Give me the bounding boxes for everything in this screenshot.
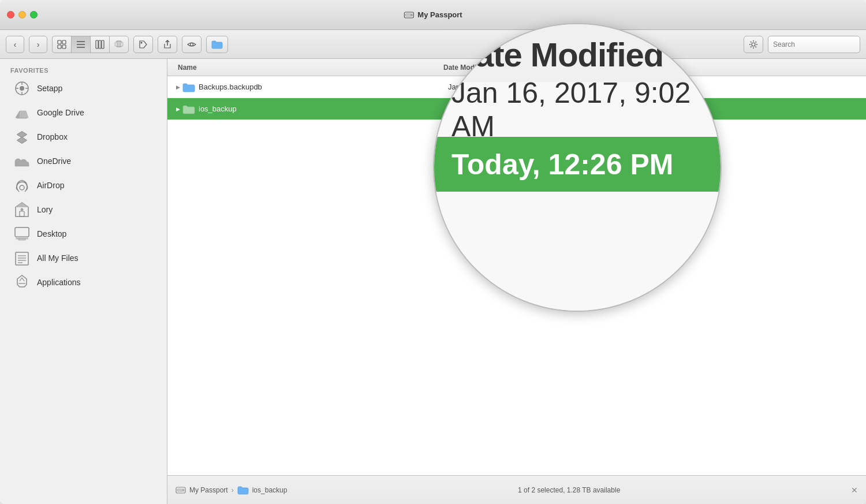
sidebar-item-label-onedrive: OneDrive bbox=[37, 156, 71, 166]
share-icon bbox=[163, 40, 172, 49]
sidebar-item-dropbox[interactable]: Dropbox bbox=[3, 125, 163, 148]
applications-icon bbox=[14, 274, 30, 290]
svg-point-17 bbox=[191, 43, 193, 46]
view-list-button[interactable] bbox=[71, 36, 90, 53]
svg-rect-36 bbox=[16, 252, 28, 265]
expand-arrow[interactable]: ▶ bbox=[173, 104, 182, 114]
svg-point-16 bbox=[141, 42, 143, 43]
sidebar-item-airdrop[interactable]: AirDrop bbox=[3, 174, 163, 197]
preview-button[interactable] bbox=[182, 36, 201, 53]
sidebar-item-label-applications: Applications bbox=[37, 278, 81, 287]
tag-button[interactable] bbox=[133, 36, 153, 53]
resize-handle[interactable]: ✕ bbox=[851, 486, 858, 495]
lory-icon bbox=[14, 201, 30, 218]
toolbar: ‹ › bbox=[0, 30, 866, 59]
statusbar-info: 1 of 2 selected, 1.28 TB available bbox=[292, 486, 846, 494]
grid-icon bbox=[57, 40, 66, 49]
sidebar-item-google-drive[interactable]: Google Drive bbox=[3, 101, 163, 124]
svg-rect-14 bbox=[115, 42, 117, 46]
sidebar-item-setapp[interactable]: Setapp bbox=[3, 77, 163, 100]
view-columns-button[interactable] bbox=[90, 36, 109, 53]
sidebar-item-desktop[interactable]: Desktop bbox=[3, 222, 163, 245]
col-header-name[interactable]: Name bbox=[173, 64, 439, 72]
svg-rect-11 bbox=[99, 40, 101, 48]
breadcrumb: My Passport › ios_backup bbox=[176, 486, 287, 495]
traffic-lights bbox=[7, 11, 38, 18]
sidebar-item-label-desktop: Desktop bbox=[37, 229, 66, 238]
eye-icon bbox=[187, 40, 196, 49]
onedrive-icon bbox=[14, 153, 30, 169]
file-name-cell: ios_backup bbox=[182, 104, 448, 114]
svg-line-41 bbox=[20, 278, 22, 281]
desktop-icon bbox=[14, 226, 30, 242]
svg-marker-27 bbox=[17, 132, 27, 137]
tag-icon bbox=[139, 40, 148, 49]
setapp-icon bbox=[14, 80, 30, 96]
search-input[interactable] bbox=[768, 36, 860, 53]
svg-rect-3 bbox=[58, 40, 61, 44]
window-title: My Passport bbox=[404, 10, 462, 20]
view-buttons bbox=[52, 36, 129, 53]
hdd-breadcrumb-icon bbox=[176, 486, 186, 495]
svg-rect-6 bbox=[62, 45, 66, 48]
svg-point-31 bbox=[21, 208, 23, 211]
svg-rect-10 bbox=[96, 40, 98, 48]
magnifier-date2: Today, 12:26 PM bbox=[451, 148, 673, 181]
sidebar: Favorites Setapp bbox=[0, 59, 167, 504]
breadcrumb-separator: › bbox=[232, 486, 234, 494]
svg-rect-32 bbox=[15, 227, 29, 237]
view-icon-button[interactable] bbox=[52, 36, 71, 53]
main-area: Favorites Setapp bbox=[0, 59, 866, 504]
breadcrumb-root: My Passport bbox=[189, 486, 228, 494]
svg-rect-4 bbox=[62, 40, 66, 44]
all-my-files-icon bbox=[14, 250, 30, 266]
forward-button[interactable]: › bbox=[29, 36, 47, 53]
sidebar-section-favorites: Favorites bbox=[0, 59, 167, 76]
maximize-button[interactable] bbox=[30, 11, 38, 18]
dropbox-icon bbox=[14, 129, 30, 145]
folder-icon bbox=[211, 40, 223, 49]
sidebar-item-lory[interactable]: Lory bbox=[3, 198, 163, 221]
sidebar-item-label-lory: Lory bbox=[37, 205, 53, 214]
coverflow-icon bbox=[114, 40, 124, 49]
sidebar-item-all-my-files[interactable]: All My Files bbox=[3, 247, 163, 270]
action-menu-button[interactable] bbox=[744, 36, 763, 53]
titlebar: My Passport bbox=[0, 0, 866, 30]
folder-small-icon bbox=[182, 104, 195, 114]
svg-rect-33 bbox=[16, 237, 28, 238]
file-name-cell: Backups.backupdb bbox=[182, 82, 448, 92]
folder-breadcrumb-icon bbox=[237, 486, 249, 495]
svg-rect-5 bbox=[58, 45, 61, 48]
hdd-title-icon bbox=[404, 10, 414, 20]
sidebar-item-applications[interactable]: Applications bbox=[3, 271, 163, 294]
list-icon bbox=[76, 40, 85, 49]
svg-rect-12 bbox=[102, 40, 104, 48]
svg-point-18 bbox=[752, 43, 755, 46]
svg-rect-34 bbox=[18, 238, 25, 240]
breadcrumb-folder: ios_backup bbox=[252, 486, 288, 494]
share-button[interactable] bbox=[158, 36, 177, 53]
magnifier-date1: Jan 16, 2017, 9:02 AM bbox=[451, 76, 703, 143]
svg-point-20 bbox=[20, 86, 24, 91]
sidebar-item-label-airdrop: AirDrop bbox=[37, 181, 64, 190]
svg-point-2 bbox=[410, 14, 412, 16]
sidebar-item-onedrive[interactable]: OneDrive bbox=[3, 150, 163, 173]
expand-arrow[interactable]: ▶ bbox=[173, 83, 182, 92]
view-coverflow-button[interactable] bbox=[109, 36, 129, 53]
svg-point-46 bbox=[182, 490, 184, 491]
close-button[interactable] bbox=[7, 11, 14, 18]
back-button[interactable]: ‹ bbox=[6, 36, 24, 53]
svg-line-42 bbox=[22, 278, 24, 281]
sidebar-item-label-dropbox: Dropbox bbox=[37, 132, 68, 141]
minimize-button[interactable] bbox=[18, 11, 26, 18]
sidebar-item-label-setapp: Setapp bbox=[37, 84, 62, 93]
svg-marker-28 bbox=[17, 137, 27, 143]
folder-small-icon bbox=[182, 82, 195, 92]
magnifier-row2: Today, 12:26 PM bbox=[434, 137, 721, 192]
google-drive-icon bbox=[14, 104, 30, 121]
svg-rect-15 bbox=[121, 42, 123, 46]
airdrop-icon bbox=[14, 177, 30, 193]
statusbar: My Passport › ios_backup 1 of 2 selected… bbox=[167, 475, 866, 504]
folder-action-button[interactable] bbox=[206, 36, 228, 53]
svg-point-29 bbox=[20, 185, 24, 190]
